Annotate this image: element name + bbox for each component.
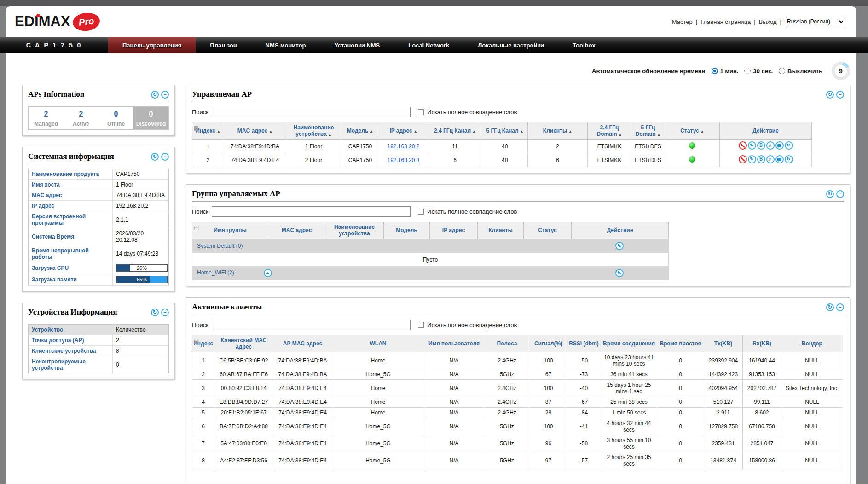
column-header[interactable]: Наименование устройства	[325, 222, 384, 239]
column-header[interactable]: ▤Имя группы	[192, 222, 268, 239]
radio-button[interactable]	[744, 68, 751, 74]
column-header[interactable]: Клиенты	[478, 222, 524, 239]
column-header[interactable]: Tx(KB)	[704, 335, 743, 352]
column-header[interactable]: 2.4 ГГц Domain▲	[588, 122, 631, 140]
search-input[interactable]	[212, 206, 411, 217]
system-info-row: MAC адрес74:DA:38:E9:4D:BA	[29, 190, 169, 201]
column-header[interactable]: MAC адрес▲	[224, 122, 286, 140]
column-header[interactable]: 5 ГГц Канал▲	[482, 122, 528, 140]
block-icon[interactable]	[739, 141, 747, 150]
minimize-icon[interactable]: −	[161, 153, 169, 161]
column-header[interactable]: Время простоя	[657, 335, 704, 352]
sort-asc-icon[interactable]: ▲	[472, 129, 476, 134]
minimize-icon[interactable]: −	[161, 309, 169, 316]
table-cell: Home	[332, 380, 424, 397]
auto-refresh-option-2[interactable]: Выключить	[779, 68, 822, 75]
column-header[interactable]: Действие	[720, 122, 812, 140]
column-header[interactable]: Полоса	[484, 335, 530, 352]
column-header[interactable]: Клиентский MAC адрес	[214, 335, 273, 352]
nav-item-0[interactable]: Панель управления	[108, 37, 196, 53]
refresh-icon[interactable]: ↻	[826, 303, 834, 311]
column-header[interactable]: RSSI (dbm)	[567, 335, 601, 352]
search-input[interactable]	[212, 320, 411, 330]
sort-asc-icon[interactable]: ▲	[568, 129, 572, 134]
blink-icon[interactable]: B	[757, 155, 765, 163]
restart-icon[interactable]: ↻	[785, 141, 793, 150]
nav-item-6[interactable]: Toolbox	[558, 37, 610, 53]
column-header[interactable]: Время соединения	[601, 335, 657, 352]
blink-icon[interactable]: B	[757, 141, 765, 150]
refresh-icon[interactable]: ↻	[151, 91, 159, 99]
minimize-icon[interactable]: −	[836, 303, 844, 311]
nav-item-2[interactable]: NMS монитор	[251, 37, 320, 53]
restart-icon[interactable]: ↻	[785, 155, 793, 163]
column-header[interactable]: AP MAC адрес	[273, 335, 332, 352]
edit-icon[interactable]: ✎	[748, 155, 756, 163]
sort-asc-icon[interactable]: ▲	[657, 133, 661, 137]
topbar-link[interactable]: Мастер	[672, 18, 693, 25]
column-header[interactable]: ▤Индекс	[192, 335, 214, 352]
search-input[interactable]	[212, 107, 411, 117]
column-header[interactable]: WLAN	[332, 335, 424, 352]
message-icon[interactable]	[775, 141, 784, 150]
edit-icon[interactable]: ✎	[748, 141, 756, 150]
block-icon[interactable]	[739, 155, 747, 163]
topbar-link[interactable]: Выход	[759, 18, 777, 25]
column-header[interactable]: ▤Индекс▲	[192, 122, 224, 140]
edit-group-icon[interactable]: ✎	[615, 242, 624, 250]
column-header[interactable]: 5 ГГц Domain▲	[631, 122, 665, 140]
radio-button[interactable]	[779, 68, 785, 74]
nav-item-5[interactable]: Локальные настройки	[463, 37, 558, 53]
column-header[interactable]: Rx(KB)	[743, 335, 781, 352]
sort-asc-icon[interactable]: ▲	[269, 129, 272, 134]
buzzer-icon[interactable]: ♬	[766, 141, 775, 150]
match-whole-words-checkbox[interactable]	[418, 109, 424, 115]
topbar-link[interactable]: Главная страница	[700, 18, 751, 25]
auto-refresh-option-1[interactable]: 30 сек.	[744, 68, 773, 75]
column-header[interactable]: Сигнал(%)	[530, 335, 567, 352]
ap-ip-link[interactable]: 192.168.20.2	[387, 143, 419, 150]
auto-refresh-option-0[interactable]: 1 мин.	[712, 68, 739, 75]
refresh-icon[interactable]: ↻	[151, 153, 159, 161]
column-header[interactable]: Статус▲	[665, 122, 720, 140]
sort-asc-icon[interactable]: ▲	[217, 129, 220, 134]
column-header[interactable]: MAC адрес	[268, 222, 325, 239]
match-whole-words-checkbox[interactable]	[418, 209, 424, 215]
match-whole-words-checkbox[interactable]	[418, 322, 424, 328]
column-header[interactable]: Вендор	[781, 335, 843, 352]
radio-button[interactable]	[712, 68, 718, 74]
column-header[interactable]: Модель	[384, 222, 430, 239]
sort-asc-icon[interactable]: ▲	[619, 133, 622, 137]
refresh-icon[interactable]: ↻	[826, 190, 834, 198]
group-name-link[interactable]: Home_WiFi (2)	[197, 269, 234, 276]
refresh-icon[interactable]: ↻	[151, 309, 159, 316]
nav-item-4[interactable]: Local Network	[394, 37, 463, 53]
column-header[interactable]: 2.4 ГГц Канал▲	[428, 122, 482, 140]
column-header[interactable]: Модель▲	[341, 122, 379, 140]
nav-item-3[interactable]: Установки NMS	[320, 37, 394, 53]
buzzer-icon[interactable]: ♬	[766, 155, 775, 163]
column-header[interactable]: Клиенты▲	[528, 122, 588, 140]
sort-asc-icon[interactable]: ▲	[414, 129, 417, 134]
sort-asc-icon[interactable]: ▲	[328, 133, 332, 137]
add-ap-icon[interactable]: +	[264, 269, 272, 277]
minimize-icon[interactable]: −	[836, 190, 844, 198]
sort-asc-icon[interactable]: ▲	[370, 129, 373, 134]
sort-asc-icon[interactable]: ▲	[520, 129, 524, 134]
column-header[interactable]: Действие	[572, 222, 669, 239]
minimize-icon[interactable]: −	[161, 91, 169, 99]
refresh-icon[interactable]: ↻	[826, 91, 834, 99]
column-header[interactable]: Статус	[524, 222, 572, 239]
group-name-link[interactable]: System Default (0)	[197, 243, 243, 249]
column-header[interactable]: Наименование устройства▲	[286, 122, 341, 140]
edit-group-icon[interactable]: ✎	[615, 269, 624, 277]
language-select[interactable]: Russian (Россия)	[785, 17, 845, 27]
minimize-icon[interactable]: −	[836, 91, 844, 99]
ap-ip-link[interactable]: 192.168.20.3	[387, 157, 419, 163]
column-header[interactable]: IP адрес	[430, 222, 478, 239]
column-header[interactable]: IP адрес▲	[379, 122, 428, 140]
nav-item-1[interactable]: План зон	[196, 37, 251, 53]
column-header[interactable]: Имя пользователя	[424, 335, 484, 352]
message-icon[interactable]	[775, 155, 784, 163]
sort-asc-icon[interactable]: ▲	[700, 129, 704, 134]
